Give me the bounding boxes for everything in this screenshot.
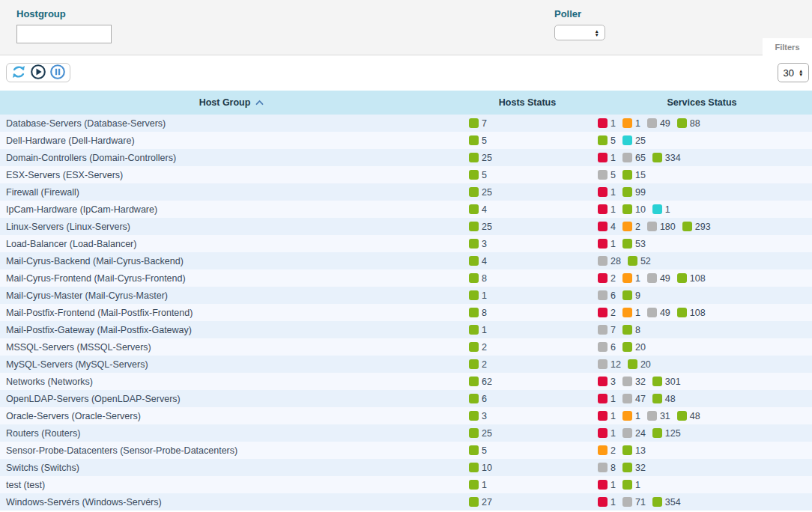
hostgroup-name[interactable]: MySQL-Servers (MySQL-Servers)	[0, 359, 463, 370]
hostgroup-name[interactable]: ESX-Servers (ESX-Servers)	[0, 170, 463, 180]
status-count-value: 10	[635, 204, 646, 215]
hostgroup-name[interactable]: test (test)	[0, 480, 463, 490]
table-row[interactable]: MySQL-Servers (MySQL-Servers) 2 1220	[0, 356, 812, 373]
services-status-cell: 171354	[592, 497, 812, 508]
table-row[interactable]: Domain-Controllers (Domain-Controllers) …	[0, 149, 812, 166]
status-count-ok: 20	[622, 342, 646, 353]
table-row[interactable]: Networks (Networks) 62 332301	[0, 373, 812, 390]
page-size-value: 30	[784, 67, 794, 79]
status-count-unknown: 6	[598, 342, 616, 353]
hostgroup-name[interactable]: Mail-Cyrus-Frontend (Mail-Cyrus-Frontend…	[0, 273, 463, 284]
warning-badge	[622, 222, 632, 231]
ok-badge	[652, 497, 662, 507]
hostgroup-name[interactable]: MSSQL-Servers (MSSQL-Servers)	[0, 342, 463, 353]
table-row[interactable]: Firewall (Firewall) 25 199	[0, 183, 812, 201]
refresh-button[interactable]	[10, 64, 27, 81]
hostgroup-name[interactable]: Linux-Servers (Linux-Servers)	[0, 222, 463, 232]
table-row[interactable]: ESX-Servers (ESX-Servers) 5 515	[0, 166, 812, 183]
status-count-value: 20	[640, 359, 651, 370]
table-row[interactable]: Mail-Postfix-Frontend (Mail-Postfix-Fron…	[0, 304, 812, 321]
hosts-status-cell: 3	[463, 411, 592, 421]
status-count-value: 5	[482, 445, 487, 456]
table-row[interactable]: Load-Balancer (Load-Balancer) 3 153	[0, 235, 812, 252]
select-arrows-icon: ▲▼	[595, 29, 599, 37]
status-count-value: 334	[665, 153, 681, 163]
table-row[interactable]: test (test) 1 11	[0, 476, 812, 493]
status-count-value: 1	[635, 411, 640, 421]
column-header-hosts-status[interactable]: Hosts Status	[463, 97, 592, 108]
ok-badge	[469, 480, 479, 490]
refresh-icon	[10, 64, 27, 82]
status-count-value: 49	[660, 308, 670, 318]
hostgroup-name[interactable]: Mail-Cyrus-Master (Mail-Cyrus-Master)	[0, 290, 463, 301]
status-count-value: 24	[635, 428, 646, 439]
page-size-select[interactable]: 30 ▲▼	[778, 63, 809, 82]
hostgroup-name[interactable]: Sensor-Probe-Datacenters (Sensor-Probe-D…	[0, 445, 463, 456]
table-row[interactable]: Mail-Cyrus-Backend (Mail-Cyrus-Backend) …	[0, 252, 812, 269]
status-count-ok: 5	[469, 135, 487, 146]
hostgroup-name[interactable]: Routers (Routers)	[0, 428, 463, 439]
ok-badge	[469, 497, 479, 507]
filters-tab[interactable]: Filters	[763, 38, 812, 55]
table-row[interactable]: Mail-Cyrus-Frontend (Mail-Cyrus-Frontend…	[0, 269, 812, 287]
status-count-critical: 1	[598, 428, 616, 439]
table-row[interactable]: Windows-Servérs (Windows-Servérs) 27 171…	[0, 493, 812, 511]
table-row[interactable]: Database-Servers (Database-Servers) 7 11…	[0, 115, 812, 132]
services-status-cell: 124125	[592, 428, 812, 439]
status-count-ok: 48	[677, 411, 700, 421]
services-status-cell: 78	[592, 325, 812, 335]
status-count-critical: 1	[598, 204, 616, 215]
ok-badge	[469, 204, 479, 214]
hosts-status-cell: 5	[463, 135, 592, 146]
status-count-warning: 2	[622, 222, 640, 232]
status-count-value: 2	[482, 342, 487, 353]
table-row[interactable]: MSSQL-Servers (MSSQL-Servers) 2 620	[0, 338, 812, 356]
hostgroup-name[interactable]: Mail-Postfix-Frontend (Mail-Postfix-Fron…	[0, 308, 463, 318]
play-button[interactable]	[30, 64, 46, 81]
hostgroup-name[interactable]: Oracle-Servers (Oracle-Servers)	[0, 411, 463, 421]
table-row[interactable]: Dell-Hardware (Dell-Hardware) 5 525	[0, 132, 812, 149]
table-row[interactable]: Mail-Cyrus-Master (Mail-Cyrus-Master) 1 …	[0, 287, 812, 304]
hostgroup-name[interactable]: IpCam-Hardware (IpCam-Hardware)	[0, 204, 463, 215]
hostgroup-name[interactable]: Domain-Controllers (Domain-Controllers)	[0, 153, 463, 163]
hostgroup-name[interactable]: Switchs (Switchs)	[0, 463, 463, 473]
status-count-value: 301	[665, 377, 681, 387]
hostgroup-name[interactable]: OpenLDAP-Servers (OpenLDAP-Servers)	[0, 394, 463, 404]
table-row[interactable]: OpenLDAP-Servers (OpenLDAP-Servers) 6 14…	[0, 390, 812, 407]
critical-badge	[598, 411, 608, 421]
hostgroup-name[interactable]: Mail-Postfix-Gateway (Mail-Postfix-Gatew…	[0, 325, 463, 335]
table-row[interactable]: Routers (Routers) 25 124125	[0, 424, 812, 442]
status-count-ok: 9	[622, 290, 640, 301]
ok-badge	[622, 170, 632, 180]
hostgroup-name[interactable]: Load-Balancer (Load-Balancer)	[0, 239, 463, 249]
services-status-cell: 515	[592, 170, 812, 180]
hostgroup-name[interactable]: Networks (Networks)	[0, 377, 463, 387]
table-row[interactable]: Sensor-Probe-Datacenters (Sensor-Probe-D…	[0, 442, 812, 459]
status-count-ok: 125	[652, 428, 681, 439]
pause-button[interactable]	[49, 64, 66, 81]
ok-badge	[622, 342, 632, 352]
hostgroup-input[interactable]	[16, 25, 112, 43]
hostgroup-name[interactable]: Database-Servers (Database-Servers)	[0, 118, 463, 129]
hostgroup-name[interactable]: Mail-Cyrus-Backend (Mail-Cyrus-Backend)	[0, 256, 463, 266]
table-row[interactable]: Linux-Servers (Linux-Servers) 25 4218029…	[0, 218, 812, 235]
table-row[interactable]: Switchs (Switchs) 10 832	[0, 459, 812, 476]
hostgroup-name[interactable]: Windows-Servérs (Windows-Servérs)	[0, 497, 463, 508]
table-row[interactable]: IpCam-Hardware (IpCam-Hardware) 4 1101	[0, 201, 812, 218]
hosts-status-cell: 7	[463, 118, 592, 129]
status-count-warning: 1	[622, 308, 640, 318]
status-count-value: 8	[482, 273, 487, 284]
hostgroup-name[interactable]: Firewall (Firewall)	[0, 187, 463, 198]
hostgroup-name[interactable]: Dell-Hardware (Dell-Hardware)	[0, 135, 463, 146]
poller-select[interactable]: ▲▼	[554, 25, 605, 40]
status-count-unknown: 7	[598, 325, 616, 335]
status-count-value: 20	[635, 342, 646, 353]
services-status-cell: 42180293	[592, 222, 812, 232]
unknown-badge	[622, 394, 632, 403]
column-header-services-status[interactable]: Services Status	[592, 97, 812, 108]
table-row[interactable]: Mail-Postfix-Gateway (Mail-Postfix-Gatew…	[0, 321, 812, 338]
hosts-status-cell: 25	[463, 222, 592, 232]
table-row[interactable]: Oracle-Servers (Oracle-Servers) 3 113148	[0, 407, 812, 424]
column-header-host-group[interactable]: Host Group	[0, 97, 463, 108]
status-count-critical: 1	[598, 480, 616, 490]
